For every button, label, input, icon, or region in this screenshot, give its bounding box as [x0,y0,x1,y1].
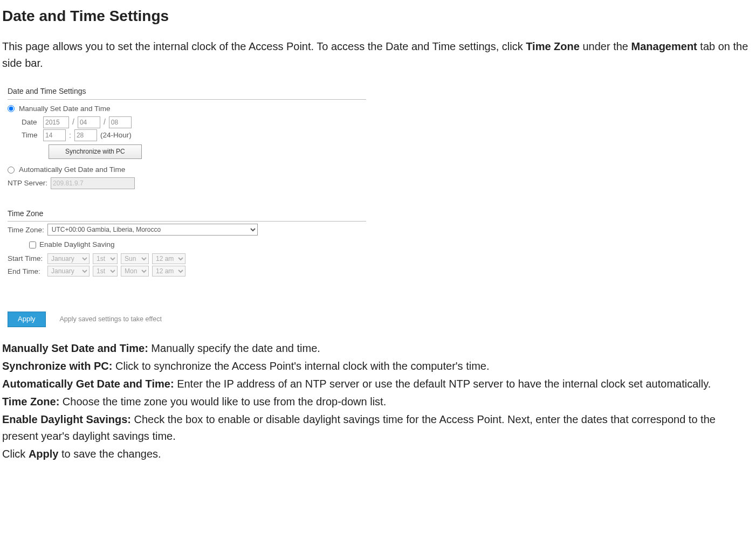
radio-auto[interactable] [8,167,15,174]
end-hour-select[interactable]: 12 am [152,266,185,277]
date-year-input[interactable] [43,116,69,128]
panel-heading-datetime: Date and Time Settings [8,85,366,99]
apply-button[interactable]: Apply [8,312,46,327]
end-time-label: End Time: [8,266,44,278]
start-hour-select[interactable]: 12 am [152,253,185,264]
radio-auto-label: Automatically Get Date and Time [19,164,125,176]
panel-heading-timezone: Time Zone [8,208,366,222]
timezone-label: Time Zone: [8,224,44,236]
ntp-server-label: NTP Server: [8,177,47,189]
end-month-select[interactable]: January [47,266,90,277]
date-label: Date [22,116,40,128]
time-label: Time [22,129,40,141]
end-day-select[interactable]: Mon [121,266,149,277]
start-day-select[interactable]: Sun [121,253,149,264]
dst-checkbox[interactable] [29,241,36,248]
intro-paragraph: This page allows you to set the internal… [2,38,754,72]
end-week-select[interactable]: 1st [93,266,118,277]
time-min-input[interactable] [74,129,97,141]
ntp-server-input[interactable] [51,177,135,189]
apply-caption: Apply saved settings to take effect [59,315,161,323]
start-time-label: Start Time: [8,253,44,265]
timezone-select[interactable]: UTC+00:00 Gambia, Liberia, Morocco [47,224,258,236]
dst-label: Enable Daylight Saving [39,239,115,251]
date-month-input[interactable] [78,116,100,128]
start-week-select[interactable]: 1st [93,253,118,264]
time-suffix: (24-Hour) [100,129,132,141]
page-title: Date and Time Settings [2,4,754,27]
date-day-input[interactable] [109,116,132,128]
settings-screenshot: Date and Time Settings Manually Set Date… [8,85,366,327]
sync-with-pc-button[interactable]: Synchronize with PC [49,144,142,159]
radio-manual[interactable] [8,105,15,112]
time-hour-input[interactable] [43,129,66,141]
radio-manual-label: Manually Set Date and Time [19,103,111,115]
start-month-select[interactable]: January [47,253,90,264]
definitions-block: Manually Set Date and Time: Manually spe… [2,340,754,462]
